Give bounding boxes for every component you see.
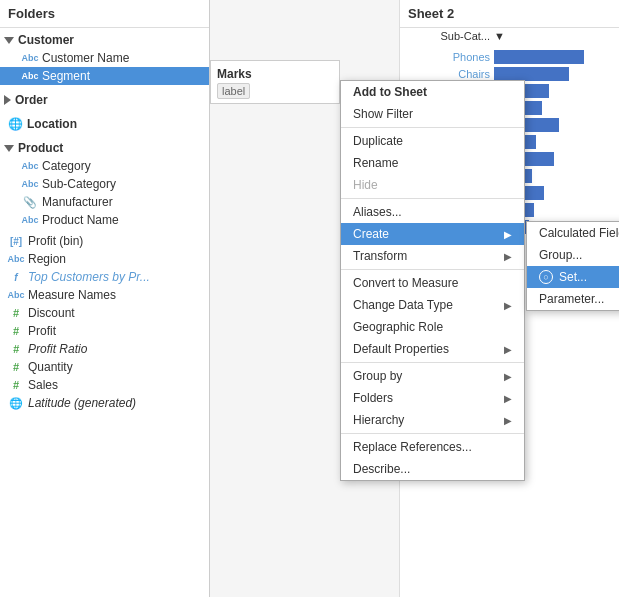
field-label: Latitude (generated) [28, 396, 136, 410]
create-submenu: Calculated Field... Group... ○ Set... Pa… [526, 221, 619, 311]
field-profit-ratio[interactable]: # Profit Ratio [0, 340, 209, 358]
divider-2 [341, 198, 524, 199]
submenu-label: Parameter... [539, 292, 604, 306]
menu-label: Group by [353, 369, 402, 383]
field-customer-name[interactable]: Abc Customer Name [0, 49, 209, 67]
divider-3 [341, 269, 524, 270]
divider-4 [341, 362, 524, 363]
paperclip-icon: 📎 [22, 195, 38, 209]
field-product-name[interactable]: Abc Product Name [0, 211, 209, 229]
field-segment[interactable]: Abc Segment [0, 67, 209, 85]
field-discount[interactable]: # Discount [0, 304, 209, 322]
menu-item-change-data-type[interactable]: Change Data Type ▶ [341, 294, 524, 316]
menu-item-duplicate[interactable]: Duplicate [341, 130, 524, 152]
field-sales[interactable]: # Sales [0, 376, 209, 394]
divider-5 [341, 433, 524, 434]
submenu-arrow: ▶ [504, 371, 512, 382]
folders-title: Folders [0, 0, 209, 28]
globe-measure-icon: 🌐 [8, 396, 24, 410]
field-quantity[interactable]: # Quantity [0, 358, 209, 376]
menu-item-create[interactable]: Create ▶ [341, 223, 524, 245]
field-latitude[interactable]: 🌐 Latitude (generated) [0, 394, 209, 412]
measure-icon: # [8, 306, 24, 320]
submenu-item-group[interactable]: Group... [527, 244, 619, 266]
field-label: Category [42, 159, 91, 173]
folder-location-header[interactable]: 🌐 Location [0, 115, 209, 133]
menu-item-transform[interactable]: Transform ▶ [341, 245, 524, 267]
folder-product-header[interactable]: Product [0, 139, 209, 157]
menu-item-aliases[interactable]: Aliases... [341, 201, 524, 223]
marks-panel: Marks label [210, 60, 340, 104]
field-label: Quantity [28, 360, 73, 374]
menu-item-default-properties[interactable]: Default Properties ▶ [341, 338, 524, 360]
menu-item-hide[interactable]: Hide [341, 174, 524, 196]
bin-icon: [#] [8, 234, 24, 248]
menu-item-add-to-sheet[interactable]: Add to Sheet [341, 81, 524, 103]
submenu-label: Group... [539, 248, 582, 262]
folder-order: Order [0, 88, 209, 112]
folder-location-label: Location [27, 117, 77, 131]
menu-item-folders[interactable]: Folders ▶ [341, 387, 524, 409]
submenu-item-calculated-field[interactable]: Calculated Field... [527, 222, 619, 244]
field-label: Sales [28, 378, 58, 392]
submenu-arrow: ▶ [504, 251, 512, 262]
chart-column-header: Sub-Cat... ▼ [400, 28, 619, 44]
field-profit-bin[interactable]: [#] Profit (bin) [0, 232, 209, 250]
abc-icon: Abc [8, 252, 24, 266]
menu-label: Default Properties [353, 342, 449, 356]
folder-customer: Customer Abc Customer Name Abc Segment [0, 28, 209, 88]
divider-1 [341, 127, 524, 128]
field-label: Top Customers by Pr... [28, 270, 150, 284]
measure-italic-icon: # [8, 342, 24, 356]
left-panel: Folders Customer Abc Customer Name Abc S… [0, 0, 210, 597]
folder-order-header[interactable]: Order [0, 91, 209, 109]
field-label: Profit (bin) [28, 234, 83, 248]
menu-item-show-filter[interactable]: Show Filter [341, 103, 524, 125]
bar-label: Phones [404, 51, 494, 63]
bar-fill [494, 50, 584, 64]
menu-item-geographic-role[interactable]: Geographic Role [341, 316, 524, 338]
abc-icon: Abc [22, 51, 38, 65]
submenu-arrow: ▶ [504, 229, 512, 240]
filter-icon[interactable]: ▼ [494, 30, 505, 42]
right-panel: Marks label Add to Sheet Show Filter Dup… [210, 0, 619, 597]
folder-triangle-order [4, 95, 11, 105]
menu-item-group-by[interactable]: Group by ▶ [341, 365, 524, 387]
bar-fill [494, 67, 569, 81]
menu-label: Folders [353, 391, 393, 405]
marks-title: Marks [215, 65, 335, 83]
submenu-label: Calculated Field... [539, 226, 619, 240]
field-sub-category[interactable]: Abc Sub-Category [0, 175, 209, 193]
field-top-customers[interactable]: f Top Customers by Pr... [0, 268, 209, 286]
field-region[interactable]: Abc Region [0, 250, 209, 268]
field-category[interactable]: Abc Category [0, 157, 209, 175]
menu-label: Duplicate [353, 134, 403, 148]
field-manufacturer[interactable]: 📎 Manufacturer [0, 193, 209, 211]
menu-item-replace-references[interactable]: Replace References... [341, 436, 524, 458]
abc-icon-selected: Abc [22, 69, 38, 83]
menu-label: Create [353, 227, 389, 241]
label-tag: label [217, 83, 250, 99]
menu-label: Aliases... [353, 205, 402, 219]
submenu-item-parameter[interactable]: Parameter... [527, 288, 619, 310]
menu-item-hierarchy[interactable]: Hierarchy ▶ [341, 409, 524, 431]
italic-icon: f [8, 270, 24, 284]
field-measure-names[interactable]: Abc Measure Names [0, 286, 209, 304]
column-header-label: Sub-Cat... [404, 30, 494, 42]
submenu-arrow: ▶ [504, 415, 512, 426]
menu-item-convert-to-measure[interactable]: Convert to Measure [341, 272, 524, 294]
folder-customer-header[interactable]: Customer [0, 31, 209, 49]
menu-item-rename[interactable]: Rename [341, 152, 524, 174]
field-label: Measure Names [28, 288, 116, 302]
menu-label: Hierarchy [353, 413, 404, 427]
sheet-title: Sheet 2 [400, 0, 619, 28]
create-wrapper: Create ▶ Calculated Field... Group... ○ … [341, 223, 524, 245]
submenu-item-set[interactable]: ○ Set... [527, 266, 619, 288]
field-label: Product Name [42, 213, 119, 227]
field-label: Profit [28, 324, 56, 338]
menu-label: Describe... [353, 462, 410, 476]
submenu-arrow: ▶ [504, 344, 512, 355]
field-profit[interactable]: # Profit [0, 322, 209, 340]
menu-item-describe[interactable]: Describe... [341, 458, 524, 480]
measure-icon: # [8, 324, 24, 338]
